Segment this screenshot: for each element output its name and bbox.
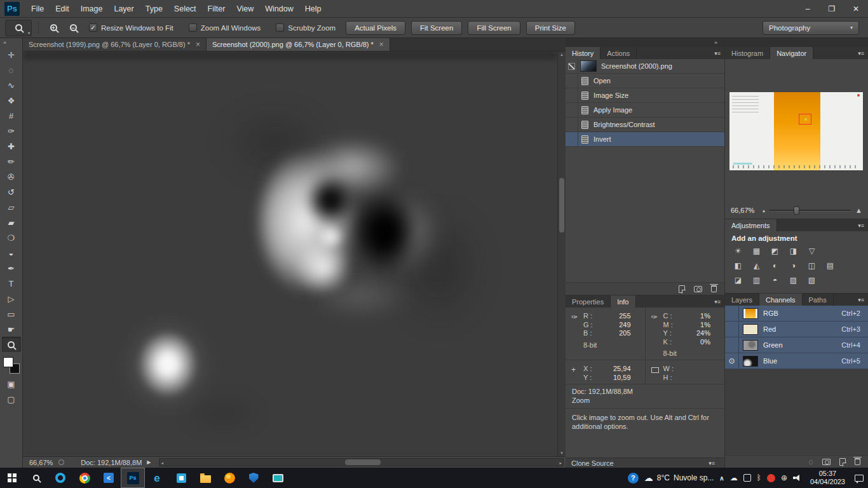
color-lookup-adjustment[interactable]: ▤ [822,259,839,272]
delete-state-icon[interactable] [711,285,717,292]
taskbar-app-chrome[interactable] [72,468,97,488]
hue-saturation-adjustment[interactable]: ◧ [729,259,747,272]
menu-view[interactable]: View [231,0,259,17]
panel-menu-icon[interactable]: ▾≡ [714,47,721,59]
actual-pixels-button[interactable]: Actual Pixels [346,21,405,35]
menu-layer[interactable]: Layer [108,0,139,17]
navigator-zoom-slider[interactable] [770,210,851,212]
scroll-up-icon[interactable]: ▴ [558,52,566,57]
curves-adjustment[interactable]: ◩ [766,244,783,257]
eraser-tool[interactable]: ▱ [2,200,21,215]
fill-screen-button[interactable]: Fill Screen [468,21,520,35]
help-icon[interactable]: ? [628,473,639,484]
scroll-left-icon[interactable]: ◂ [161,461,163,466]
bluetooth-icon[interactable]: ᛒ [757,473,761,482]
scroll-down-icon[interactable]: ▾ [558,451,566,456]
dodge-tool[interactable]: ◒ [2,245,21,261]
taskbar-app-firefox[interactable] [217,468,241,488]
menu-edit[interactable]: Edit [50,0,75,17]
photoshop-logo[interactable]: Ps [4,2,20,16]
document-size-info[interactable]: Doc: 192,1M/88,8M [81,459,142,466]
history-brush-source-well[interactable] [566,132,578,146]
new-document-from-state-icon[interactable] [679,285,685,293]
history-brush-source-well[interactable] [566,74,578,88]
minimize-button[interactable]: – [796,0,820,17]
taskbar-search-button[interactable] [24,468,48,488]
brush-tool[interactable]: ✏ [2,154,21,169]
posterize-adjustment[interactable]: ▥ [748,273,765,287]
close-button[interactable]: ✕ [844,0,868,17]
spot-healing-brush-tool[interactable]: ✚ [2,139,21,154]
taskbar-app-photoshop[interactable]: Ps [121,468,145,488]
levels-adjustment[interactable]: ▦ [748,244,765,257]
taskbar-app-store[interactable] [169,468,193,488]
delete-channel-icon[interactable] [855,458,860,465]
gradient-tool[interactable]: ▰ [2,215,21,230]
tab-paths[interactable]: Paths [803,294,834,306]
tab-history[interactable]: History [566,47,600,59]
horizontal-scrollbar-thumb[interactable] [345,459,381,465]
navigator-proxy-view[interactable] [799,114,811,125]
checkbox-scrubby-zoom[interactable]: Scrubby Zoom [276,24,336,32]
clone-source-title[interactable]: Clone Source [571,459,614,467]
rectangle-tool[interactable]: ▭ [2,306,21,322]
path-selection-tool[interactable]: ▷ [2,291,21,306]
brightness-contrast-adjustment[interactable]: ☀ [729,244,747,257]
document-tab-2[interactable]: Screenshot (2000).png @ 66,7% (Layer 0, … [207,38,390,51]
quick-selection-tool[interactable]: ❖ [2,93,21,108]
start-button[interactable] [0,468,24,488]
rectangular-marquee-tool[interactable]: ◌ [2,62,21,78]
antivirus-tray-icon[interactable] [767,474,775,482]
tab-channels[interactable]: Channels [759,294,802,306]
menu-filter[interactable]: Filter [202,0,231,17]
panel-menu-icon[interactable]: ▾≡ [709,460,715,466]
taskbar-weather[interactable]: ☁ 8°C Nuvole sp... [644,473,714,483]
menu-type[interactable]: Type [140,0,168,17]
channel-green[interactable]: Green Ctrl+4 [725,337,868,353]
tab-layers[interactable]: Layers [725,294,759,306]
zoom-in-button[interactable]: + [44,20,62,36]
visibility-toggle[interactable] [725,322,739,337]
threshold-adjustment[interactable]: ◓ [766,273,783,287]
panel-menu-icon[interactable]: ▾≡ [858,219,864,231]
foreground-color-swatch[interactable] [3,357,13,367]
black-white-adjustment[interactable]: ◐ [766,259,783,272]
load-channel-as-selection-icon[interactable]: ◌ [809,458,813,466]
checkbox-zoom-all-windows[interactable]: Zoom All Windows [189,24,261,32]
volume-icon[interactable] [793,474,802,482]
current-tool-well[interactable]: ▾ [5,20,32,36]
lasso-tool[interactable]: ∿ [2,78,21,93]
visibility-toggle[interactable] [725,306,739,321]
taskbar-app-vscode[interactable]: < [97,468,121,488]
move-tool[interactable]: ✛ [2,47,21,62]
collapse-panels-icon[interactable]: » [714,39,717,46]
print-size-button[interactable]: Print Size [526,21,575,35]
zoom-level-field[interactable]: 66,67% [23,459,56,466]
history-step-image-size[interactable]: Image Size [566,88,724,103]
vertical-scrollbar[interactable]: ▴ ▾ [557,51,566,456]
crop-tool[interactable]: # [2,108,21,123]
photo-filter-adjustment[interactable]: ◑ [785,259,802,272]
tab-actions[interactable]: Actions [600,47,637,59]
panel-menu-icon[interactable]: ▾≡ [714,295,721,308]
close-tab-icon[interactable]: × [196,41,200,48]
restore-button[interactable]: ❐ [820,0,844,17]
scroll-right-icon[interactable]: ▸ [559,461,562,466]
zoom-tool[interactable] [2,337,21,352]
tab-histogram[interactable]: Histogram [725,47,770,59]
visibility-toggle[interactable] [725,337,739,353]
history-brush-source-well[interactable] [566,103,578,117]
history-brush-source-well[interactable] [566,59,578,73]
color-balance-adjustment[interactable]: ◭ [748,259,765,272]
collapse-toolbar-icon[interactable]: » [0,38,6,47]
document-canvas[interactable]: ▴ ▾ [23,51,566,456]
channel-red[interactable]: Red Ctrl+3 [725,322,868,337]
new-channel-icon[interactable] [839,458,846,466]
tab-properties[interactable]: Properties [566,295,611,308]
history-brush-source-well[interactable] [566,88,578,102]
taskbar-app-file-explorer[interactable] [193,468,217,488]
selective-color-adjustment[interactable]: ▨ [785,273,802,287]
status-options-arrow-icon[interactable]: ▶ [147,459,151,465]
zoom-slider-thumb[interactable] [794,207,799,215]
history-step-brightness-contrast[interactable]: Brightness/Contrast [566,118,724,132]
